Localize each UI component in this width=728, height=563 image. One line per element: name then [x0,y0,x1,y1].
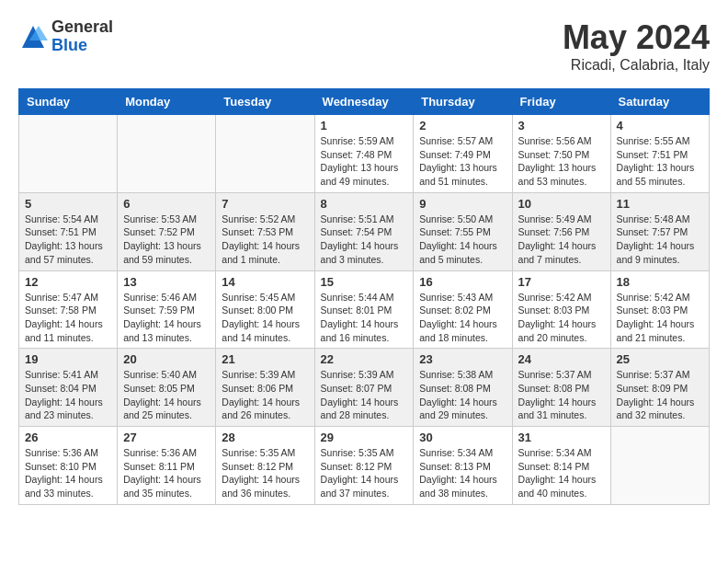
day-number: 2 [419,119,506,132]
title-section: May 2024 Ricadi, Calabria, Italy [563,18,710,74]
col-header-friday: Friday [512,89,610,115]
calendar-cell: 9Sunrise: 5:50 AMSunset: 7:55 PMDaylight… [414,192,512,270]
calendar-row: 19Sunrise: 5:41 AMSunset: 8:04 PMDayligh… [19,349,710,427]
day-info: Sunrise: 5:39 AMSunset: 8:06 PMDaylight:… [222,368,308,422]
calendar-cell: 20Sunrise: 5:40 AMSunset: 8:05 PMDayligh… [118,349,216,427]
calendar-cell: 14Sunrise: 5:45 AMSunset: 8:00 PMDayligh… [216,270,314,349]
col-header-saturday: Saturday [610,89,709,115]
day-number: 17 [518,275,605,289]
calendar-cell: 24Sunrise: 5:37 AMSunset: 8:08 PMDayligh… [512,349,610,427]
day-info: Sunrise: 5:49 AMSunset: 7:56 PMDaylight:… [518,213,605,267]
calendar-row: 26Sunrise: 5:36 AMSunset: 8:10 PMDayligh… [19,427,710,505]
day-number: 20 [123,352,210,366]
day-info: Sunrise: 5:51 AMSunset: 7:54 PMDaylight:… [321,213,408,267]
col-header-sunday: Sunday [19,89,118,115]
day-number: 27 [123,431,210,444]
day-number: 29 [321,431,408,444]
day-info: Sunrise: 5:37 AMSunset: 8:08 PMDaylight:… [518,368,605,422]
calendar-cell: 22Sunrise: 5:39 AMSunset: 8:07 PMDayligh… [314,349,414,427]
calendar-cell: 7Sunrise: 5:52 AMSunset: 7:53 PMDaylight… [216,192,314,270]
day-number: 3 [518,119,605,132]
day-number: 16 [419,275,506,289]
logo-blue: Blue [51,37,113,55]
day-number: 25 [617,352,703,366]
header-row: SundayMondayTuesdayWednesdayThursdayFrid… [19,89,710,115]
calendar-cell [610,427,709,505]
day-number: 4 [617,119,703,132]
day-number: 12 [25,275,111,289]
day-info: Sunrise: 5:42 AMSunset: 8:03 PMDaylight:… [518,291,605,345]
calendar-row: 5Sunrise: 5:54 AMSunset: 7:51 PMDaylight… [19,192,710,270]
day-info: Sunrise: 5:35 AMSunset: 8:12 PMDaylight:… [222,446,308,500]
calendar-cell [19,115,118,193]
location: Ricadi, Calabria, Italy [563,57,710,74]
month-year: May 2024 [563,18,710,57]
calendar-cell: 8Sunrise: 5:51 AMSunset: 7:54 PMDaylight… [314,192,414,270]
day-info: Sunrise: 5:55 AMSunset: 7:51 PMDaylight:… [617,134,703,189]
day-info: Sunrise: 5:34 AMSunset: 8:14 PMDaylight:… [518,446,605,500]
day-info: Sunrise: 5:47 AMSunset: 7:58 PMDaylight:… [25,291,111,345]
day-number: 30 [419,431,506,444]
day-info: Sunrise: 5:44 AMSunset: 8:01 PMDaylight:… [321,291,408,345]
day-number: 7 [222,197,308,211]
day-info: Sunrise: 5:52 AMSunset: 7:53 PMDaylight:… [222,213,308,267]
day-number: 24 [518,352,605,366]
day-number: 6 [123,197,210,211]
calendar-cell: 26Sunrise: 5:36 AMSunset: 8:10 PMDayligh… [19,427,118,505]
day-number: 8 [321,197,408,211]
day-info: Sunrise: 5:43 AMSunset: 8:02 PMDaylight:… [419,291,506,345]
day-number: 9 [419,197,506,211]
day-info: Sunrise: 5:59 AMSunset: 7:48 PMDaylight:… [321,134,408,189]
day-info: Sunrise: 5:39 AMSunset: 8:07 PMDaylight:… [321,368,408,422]
calendar-cell: 1Sunrise: 5:59 AMSunset: 7:48 PMDaylight… [314,115,414,193]
col-header-tuesday: Tuesday [216,89,314,115]
calendar-cell: 15Sunrise: 5:44 AMSunset: 8:01 PMDayligh… [314,270,414,349]
calendar-cell: 10Sunrise: 5:49 AMSunset: 7:56 PMDayligh… [512,192,610,270]
day-info: Sunrise: 5:41 AMSunset: 8:04 PMDaylight:… [25,368,111,422]
day-info: Sunrise: 5:53 AMSunset: 7:52 PMDaylight:… [123,213,210,267]
day-number: 31 [518,431,605,444]
day-info: Sunrise: 5:57 AMSunset: 7:49 PMDaylight:… [419,134,506,189]
calendar-cell: 16Sunrise: 5:43 AMSunset: 8:02 PMDayligh… [414,270,512,349]
day-number: 18 [617,275,703,289]
calendar-cell: 5Sunrise: 5:54 AMSunset: 7:51 PMDaylight… [19,192,118,270]
day-info: Sunrise: 5:42 AMSunset: 8:03 PMDaylight:… [617,291,703,345]
day-info: Sunrise: 5:35 AMSunset: 8:12 PMDaylight:… [321,446,408,500]
day-number: 13 [123,275,210,289]
day-info: Sunrise: 5:34 AMSunset: 8:13 PMDaylight:… [419,446,506,500]
day-info: Sunrise: 5:36 AMSunset: 8:11 PMDaylight:… [123,446,210,500]
calendar-cell: 6Sunrise: 5:53 AMSunset: 7:52 PMDaylight… [118,192,216,270]
calendar-cell: 23Sunrise: 5:38 AMSunset: 8:08 PMDayligh… [414,349,512,427]
day-number: 19 [25,352,111,366]
col-header-monday: Monday [118,89,216,115]
col-header-thursday: Thursday [414,89,512,115]
day-number: 1 [321,119,408,132]
day-number: 14 [222,275,308,289]
calendar-cell [118,115,216,193]
day-info: Sunrise: 5:38 AMSunset: 8:08 PMDaylight:… [419,368,506,422]
logo-general: General [51,18,113,37]
day-number: 26 [25,431,111,444]
day-number: 5 [25,197,111,211]
day-number: 23 [419,352,506,366]
calendar-cell: 27Sunrise: 5:36 AMSunset: 8:11 PMDayligh… [118,427,216,505]
day-number: 15 [321,275,408,289]
calendar-row: 1Sunrise: 5:59 AMSunset: 7:48 PMDaylight… [19,115,710,193]
col-header-wednesday: Wednesday [314,89,414,115]
logo-icon [18,22,48,52]
calendar-cell: 3Sunrise: 5:56 AMSunset: 7:50 PMDaylight… [512,115,610,193]
day-info: Sunrise: 5:50 AMSunset: 7:55 PMDaylight:… [419,213,506,267]
page-header: General Blue May 2024 Ricadi, Calabria, … [18,18,710,74]
day-info: Sunrise: 5:46 AMSunset: 7:59 PMDaylight:… [123,291,210,345]
calendar-cell: 29Sunrise: 5:35 AMSunset: 8:12 PMDayligh… [314,427,414,505]
day-number: 28 [222,431,308,444]
day-info: Sunrise: 5:56 AMSunset: 7:50 PMDaylight:… [518,134,605,189]
day-info: Sunrise: 5:48 AMSunset: 7:57 PMDaylight:… [617,213,703,267]
calendar-cell: 17Sunrise: 5:42 AMSunset: 8:03 PMDayligh… [512,270,610,349]
day-number: 21 [222,352,308,366]
calendar-table: SundayMondayTuesdayWednesdayThursdayFrid… [18,88,710,505]
day-info: Sunrise: 5:37 AMSunset: 8:09 PMDaylight:… [617,368,703,422]
calendar-cell: 25Sunrise: 5:37 AMSunset: 8:09 PMDayligh… [610,349,709,427]
logo: General Blue [18,18,113,55]
calendar-cell: 2Sunrise: 5:57 AMSunset: 7:49 PMDaylight… [414,115,512,193]
